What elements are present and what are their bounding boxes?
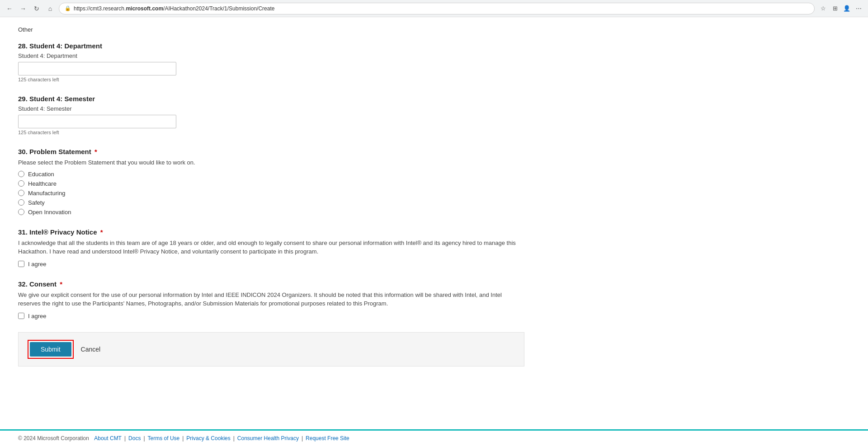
- footer-sep-4: |: [233, 435, 235, 441]
- q31-required: *: [100, 228, 103, 236]
- q28-input[interactable]: [18, 62, 176, 75]
- footer-copyright: © 2024 Microsoft Corporation: [18, 435, 89, 441]
- q32-required: *: [60, 280, 62, 288]
- more-button[interactable]: ⋯: [854, 4, 863, 14]
- star-button[interactable]: ☆: [818, 4, 828, 14]
- q28-title: 28. Student 4: Department: [18, 42, 524, 50]
- q32-description: We give our explicit consent for the use…: [18, 291, 524, 308]
- home-button[interactable]: ⌂: [45, 4, 55, 14]
- q29-label: Student 4: Semester: [18, 105, 524, 112]
- footer-sep-2: |: [143, 435, 145, 441]
- radio-open-innovation-label: Open Innovation: [28, 209, 71, 216]
- q29-input[interactable]: [18, 115, 176, 128]
- section-q31: 31. Intel® Privacy Notice * I acknowledg…: [18, 228, 524, 268]
- q30-title: 30. Problem Statement *: [18, 148, 524, 155]
- q29-char-count: 125 characters left: [18, 130, 524, 135]
- radio-manufacturing-input[interactable]: [18, 190, 24, 196]
- section-q29: 29. Student 4: Semester Student 4: Semes…: [18, 95, 524, 135]
- q32-title: 32. Consent *: [18, 280, 524, 288]
- q28-char-count: 125 characters left: [18, 77, 524, 82]
- radio-healthcare[interactable]: Healthcare: [18, 180, 524, 187]
- radio-education[interactable]: Education: [18, 171, 524, 178]
- footer-link-terms[interactable]: Terms of Use: [148, 435, 180, 441]
- q31-title: 31. Intel® Privacy Notice *: [18, 228, 524, 236]
- radio-open-innovation[interactable]: Open Innovation: [18, 209, 524, 216]
- footer-link-request-free[interactable]: Request Free Site: [306, 435, 349, 441]
- url-text: https://cmt3.research.microsoft.com/AIHa…: [74, 5, 274, 12]
- cancel-button[interactable]: Cancel: [81, 346, 101, 353]
- q31-checkbox-label: I agree: [28, 261, 46, 268]
- section-q28: 28. Student 4: Department Student 4: Dep…: [18, 42, 524, 82]
- radio-safety-label: Safety: [28, 199, 45, 206]
- radio-education-label: Education: [28, 171, 54, 178]
- q30-radio-group: Education Healthcare Manufacturing Safet…: [18, 171, 524, 216]
- forward-button[interactable]: →: [18, 4, 28, 14]
- browser-actions: ☆ ⊞ 👤 ⋯: [818, 4, 863, 14]
- other-label-text: Other: [18, 26, 33, 33]
- radio-healthcare-label: Healthcare: [28, 180, 57, 187]
- page-content: Other 28. Student 4: Department Student …: [0, 17, 542, 429]
- q31-description: I acknowledge that all the students in t…: [18, 239, 524, 256]
- radio-manufacturing-label: Manufacturing: [28, 190, 65, 197]
- section-q30: 30. Problem Statement * Please select th…: [18, 148, 524, 216]
- radio-open-innovation-input[interactable]: [18, 209, 24, 215]
- q30-description: Please select the Problem Statement that…: [18, 158, 524, 167]
- profile-button[interactable]: 👤: [842, 4, 852, 14]
- footer-sep-5: |: [302, 435, 303, 441]
- radio-safety-input[interactable]: [18, 199, 24, 206]
- refresh-button[interactable]: ↻: [32, 4, 42, 14]
- submit-area: Submit Cancel: [18, 332, 524, 366]
- address-bar[interactable]: 🔒 https://cmt3.research.microsoft.com/AI…: [59, 3, 815, 14]
- footer-sep-3: |: [182, 435, 184, 441]
- footer-sep-1: |: [124, 435, 126, 441]
- q32-checkbox[interactable]: [18, 313, 24, 319]
- main-scroll: Other 28. Student 4: Department Student …: [0, 17, 868, 446]
- section-q32: 32. Consent * We give our explicit conse…: [18, 280, 524, 319]
- submit-btn-wrapper: Submit: [28, 340, 74, 359]
- q29-title: 29. Student 4: Semester: [18, 95, 524, 103]
- footer: © 2024 Microsoft Corporation About CMT |…: [0, 429, 868, 446]
- q30-required: *: [94, 148, 97, 155]
- back-button[interactable]: ←: [5, 4, 14, 14]
- radio-education-input[interactable]: [18, 171, 24, 177]
- submit-button[interactable]: Submit: [30, 342, 71, 357]
- other-option: Other: [18, 26, 524, 33]
- footer-link-privacy[interactable]: Privacy & Cookies: [186, 435, 230, 441]
- q31-checkbox-item[interactable]: I agree: [18, 261, 524, 268]
- radio-healthcare-input[interactable]: [18, 180, 24, 187]
- q31-checkbox[interactable]: [18, 261, 24, 267]
- footer-link-docs[interactable]: Docs: [128, 435, 141, 441]
- extensions-button[interactable]: ⊞: [830, 4, 840, 14]
- q28-label: Student 4: Department: [18, 52, 524, 59]
- radio-manufacturing[interactable]: Manufacturing: [18, 190, 524, 197]
- lock-icon: 🔒: [65, 5, 71, 11]
- q32-checkbox-label: I agree: [28, 313, 46, 319]
- footer-link-consumer-health[interactable]: Consumer Health Privacy: [237, 435, 299, 441]
- radio-safety[interactable]: Safety: [18, 199, 524, 206]
- q32-checkbox-item[interactable]: I agree: [18, 313, 524, 319]
- footer-link-about-cmt[interactable]: About CMT: [94, 435, 122, 441]
- browser-chrome: ← → ↻ ⌂ 🔒 https://cmt3.research.microsof…: [0, 0, 868, 17]
